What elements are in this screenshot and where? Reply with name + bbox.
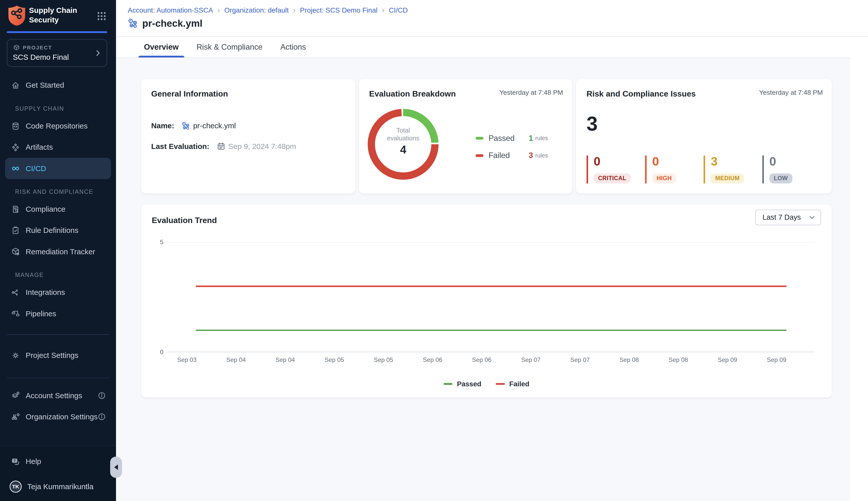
sidebar-item-label: Rule Definitions xyxy=(26,226,79,235)
trend-line-chart xyxy=(167,243,815,352)
failed-dash-icon xyxy=(475,154,483,157)
tab-overview[interactable]: Overview xyxy=(135,37,188,57)
severity-medium: 3MEDIUM xyxy=(703,156,759,183)
sidebar-item-label: Compliance xyxy=(26,205,65,213)
sidebar-item-remediation-tracker[interactable]: Remediation Tracker xyxy=(5,241,111,262)
evaluation-trend-card: Evaluation Trend Last 7 Days 50 Sep 03Se… xyxy=(141,205,832,397)
sidebar-item-label: Remediation Tracker xyxy=(26,247,95,256)
name-label: Name: xyxy=(151,121,174,130)
tab-risk-compliance[interactable]: Risk & Compliance xyxy=(188,37,271,57)
tab-actions[interactable]: Actions xyxy=(271,37,315,57)
trend-line-failed xyxy=(196,286,786,287)
sidebar-item-integrations[interactable]: Integrations xyxy=(5,282,111,303)
sidebar-item-label: Project Settings xyxy=(26,351,79,360)
organization-settings-icon xyxy=(11,412,20,421)
summary-cards-row: General Information Name: xyxy=(141,79,832,193)
x-tick-label: Sep 03 xyxy=(177,356,197,363)
x-tick-label: Sep 04 xyxy=(275,356,295,363)
sidebar-divider xyxy=(7,334,109,335)
time-range-value: Last 7 Days xyxy=(763,213,801,222)
sidebar-item-organization-settings[interactable]: Organization Settings xyxy=(5,406,111,427)
severity-badge: MEDIUM xyxy=(711,173,744,183)
sidebar-item-help[interactable]: ? Help xyxy=(5,451,111,472)
name-value: pr-check.yml xyxy=(193,121,236,130)
home-icon xyxy=(11,81,20,90)
project-cube-icon xyxy=(13,44,20,51)
project-name: SCS Demo Final xyxy=(13,53,101,62)
artifacts-icon xyxy=(11,143,20,152)
x-tick-label: Sep 06 xyxy=(472,356,491,363)
sidebar-item-account-settings[interactable]: Account Settings xyxy=(5,385,111,406)
sidebar-item-ci-cd[interactable]: CI/CD xyxy=(5,158,111,179)
pipeline-dag-icon xyxy=(181,121,190,130)
cicd-infinity-icon xyxy=(11,164,20,173)
app-switcher-icon[interactable] xyxy=(97,11,107,21)
sidebar-item-artifacts[interactable]: Artifacts xyxy=(5,137,111,158)
app-title: Supply Chain Security xyxy=(29,6,77,24)
breadcrumb: Account: Automation-SSCA›Organization: d… xyxy=(128,6,408,14)
severity-badge: HIGH xyxy=(652,173,676,183)
account-settings-icon xyxy=(11,391,20,400)
time-range-select[interactable]: Last 7 Days xyxy=(755,210,821,225)
breadcrumb-separator-icon: › xyxy=(217,6,220,14)
page-title-row: pr-check.yml xyxy=(128,18,202,29)
breadcrumb-link-organization-default[interactable]: Organization: default xyxy=(224,6,289,14)
chevron-right-icon xyxy=(94,49,102,57)
remediation-tracker-icon xyxy=(11,247,20,256)
project-eyebrow-label: PROJECT xyxy=(23,45,52,51)
severity-badge: LOW xyxy=(770,173,792,183)
x-tick-label: Sep 08 xyxy=(669,356,688,363)
card-timestamp: Yesterday at 7:48 PM xyxy=(759,89,823,97)
sidebar-logo-row: Supply Chain Security xyxy=(0,0,116,31)
tabbar: OverviewRisk & ComplianceActions xyxy=(116,37,850,58)
sidebar-item-project-settings[interactable]: Project Settings xyxy=(5,345,111,366)
y-tick-label: 0 xyxy=(152,349,164,355)
last-evaluation-label: Last Evaluation: xyxy=(151,142,209,151)
severity-count: 0 xyxy=(770,156,818,167)
sidebar-item-compliance[interactable]: Compliance xyxy=(5,199,111,220)
sidebar-item-rule-definitions[interactable]: Rule Definitions xyxy=(5,220,111,241)
general-information-card: General Information Name: xyxy=(141,79,355,193)
x-axis-labels: Sep 03Sep 04Sep 04Sep 05Sep 05Sep 06Sep … xyxy=(167,356,815,364)
x-tick-label: Sep 05 xyxy=(374,356,393,363)
help-chat-icon: ? xyxy=(11,457,20,466)
info-circle-icon[interactable] xyxy=(97,413,106,421)
gridline xyxy=(167,243,815,243)
project-selector[interactable]: PROJECT SCS Demo Final xyxy=(7,39,107,67)
integrations-icon xyxy=(11,288,20,297)
topbar: Account: Automation-SSCA›Organization: d… xyxy=(116,0,868,37)
sidebar-item-code-repositories[interactable]: Code Repositories xyxy=(5,115,111,137)
user-menu[interactable]: TK Teja Kummarikuntla xyxy=(5,477,111,496)
sidebar-item-get-started[interactable]: Get Started xyxy=(5,75,111,96)
passed-dash-icon xyxy=(443,383,452,385)
app-root: Supply Chain Security PROJECT xyxy=(0,0,868,501)
breadcrumb-link-account-automation-ssca[interactable]: Account: Automation-SSCA xyxy=(128,6,213,14)
severity-breakdown: 0CRITICAL0HIGH3MEDIUM0LOW xyxy=(587,156,818,183)
sidebar-item-label: Account Settings xyxy=(26,391,82,400)
donut-center-label: Total evaluations 4 xyxy=(367,127,439,156)
sidebar-item-label: Code Repositories xyxy=(26,122,88,130)
severity-count: 0 xyxy=(652,156,700,167)
x-tick-label: Sep 06 xyxy=(423,356,442,363)
gear-icon xyxy=(11,351,20,360)
breadcrumb-link-project-scs-demo-final[interactable]: Project: SCS Demo Final xyxy=(300,6,377,14)
legend-row-failed: Failed 3 rules xyxy=(475,150,548,161)
code-repositories-icon xyxy=(11,122,20,130)
content: General Information Name: xyxy=(116,58,850,501)
passed-dash-icon xyxy=(475,137,483,140)
x-tick-label: Sep 07 xyxy=(521,356,541,363)
compliance-icon xyxy=(11,205,20,214)
sidebar-collapse-handle[interactable] xyxy=(110,457,122,478)
failed-dash-icon xyxy=(496,383,505,385)
x-tick-label: Sep 08 xyxy=(619,356,639,363)
user-avatar: TK xyxy=(10,481,22,493)
main-area: Account: Automation-SSCA›Organization: d… xyxy=(116,0,868,501)
sidebar-item-label: Artifacts xyxy=(26,143,53,151)
help-label: Help xyxy=(26,457,41,466)
breadcrumb-separator-icon: › xyxy=(382,6,384,14)
sidebar-item-pipelines[interactable]: Pipelines xyxy=(5,303,111,324)
sidebar: Supply Chain Security PROJECT xyxy=(0,0,116,501)
info-circle-icon[interactable] xyxy=(97,391,106,400)
trend-legend-label: Failed xyxy=(509,380,529,388)
breadcrumb-link-ci-cd[interactable]: CI/CD xyxy=(389,6,408,14)
